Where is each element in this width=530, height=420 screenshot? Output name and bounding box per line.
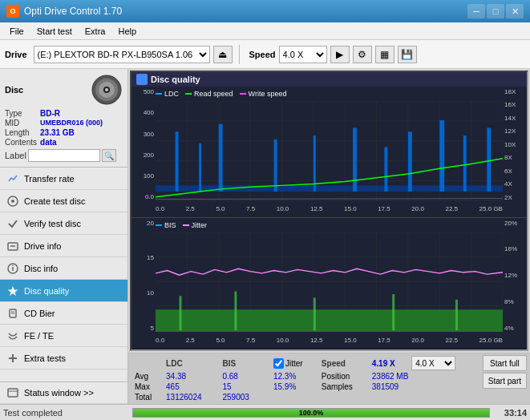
speed-header: Speed xyxy=(318,355,369,371)
avg-bis: 0.68 xyxy=(219,371,263,382)
chart-container: Disc quality LDC Read speed xyxy=(130,71,528,351)
menu-start-test[interactable]: Start test xyxy=(30,25,79,38)
max-bis: 15 xyxy=(219,382,263,392)
max-ldc: 465 xyxy=(163,382,219,392)
svg-rect-65 xyxy=(156,309,503,332)
sidebar-item-cd-bier[interactable]: CD Bier xyxy=(0,302,127,325)
disc-mid-label: MID xyxy=(5,119,37,127)
svg-rect-39 xyxy=(199,143,201,192)
upper-chart-svg xyxy=(156,101,503,201)
read-speed-legend-label: Read speed xyxy=(194,90,233,98)
svg-rect-68 xyxy=(314,297,316,330)
status-window-button[interactable]: Status window >> xyxy=(0,382,127,404)
upper-y-axis-right: 18X16X14X12X10X8X6X4X2X xyxy=(503,87,527,201)
samples-value: 381509 xyxy=(369,382,476,392)
bis-header: BIS xyxy=(219,355,263,371)
jitter-legend-label: Jitter xyxy=(192,221,208,229)
write-speed-legend: Write speed xyxy=(240,90,287,98)
lower-chart-plot xyxy=(156,232,503,333)
disc-length-label: Length xyxy=(5,128,37,137)
disc-quality-label: Disc quality xyxy=(24,286,69,296)
status-text: Test completed xyxy=(3,408,127,418)
sidebar-nav: Transfer rate Create test disc Verify te… xyxy=(0,168,127,382)
sidebar-item-drive-info[interactable]: Drive info xyxy=(0,235,127,257)
close-button[interactable]: ✕ xyxy=(506,4,524,18)
app-title: Opti Drive Control 1.70 xyxy=(24,6,122,17)
svg-marker-12 xyxy=(8,286,18,296)
svg-rect-47 xyxy=(463,135,467,192)
maximize-button[interactable]: □ xyxy=(487,4,504,18)
upper-y-axis-left: 5004003002001000.0 xyxy=(131,87,156,201)
disc-label-input[interactable] xyxy=(28,149,100,162)
sidebar-item-disc-info[interactable]: Disc info xyxy=(0,257,127,280)
svg-point-11 xyxy=(12,265,14,266)
disc-label-button[interactable]: 🔍 xyxy=(102,149,116,162)
disc-mid-value: UMEBDR016 (000) xyxy=(40,119,123,127)
disc-panel: Disc Type BD-R MID UMEBDR016 (000) Lengt… xyxy=(0,69,127,168)
svg-point-4 xyxy=(105,88,108,91)
lower-y-axis-right: 20%16%12%8%4% xyxy=(503,218,527,333)
speed-current-value: 4.19 X xyxy=(372,359,395,368)
status-bar: Test completed 100.0% 33:14 xyxy=(0,404,530,420)
svg-rect-43 xyxy=(353,128,357,192)
sidebar-item-transfer-rate[interactable]: Transfer rate xyxy=(0,168,127,190)
jitter-checkbox[interactable] xyxy=(273,358,284,369)
transfer-rate-label: Transfer rate xyxy=(24,174,75,184)
filter-button[interactable]: ▦ xyxy=(375,46,394,63)
sidebar-item-extra-tests[interactable]: Extra tests xyxy=(0,347,127,370)
verify-test-disc-label: Verify test disc xyxy=(24,219,81,228)
upper-chart-plot xyxy=(156,101,503,201)
svg-rect-67 xyxy=(234,291,237,330)
jitter-legend: Jitter xyxy=(183,221,208,229)
ldc-header: LDC xyxy=(163,355,219,371)
svg-rect-48 xyxy=(487,128,491,192)
progress-bar-text: 100.0% xyxy=(133,409,489,417)
drive-select[interactable]: (E:) PLEXTOR BD-R PX-LB950SA 1.06 xyxy=(34,46,210,63)
content-area: Disc quality LDC Read speed xyxy=(128,69,530,404)
eject-button[interactable]: ⏏ xyxy=(213,46,233,63)
start-part-button[interactable]: Start part xyxy=(483,373,527,389)
create-test-disc-label: Create test disc xyxy=(24,196,85,206)
jitter-label: Jitter xyxy=(285,359,303,368)
sidebar: Disc Type BD-R MID UMEBDR016 (000) Lengt… xyxy=(0,69,128,404)
start-full-button[interactable]: Start full xyxy=(483,355,527,371)
verify-test-disc-icon xyxy=(6,217,19,230)
lower-chart-svg xyxy=(156,232,503,333)
create-test-disc-icon xyxy=(6,195,19,208)
chart-title: Disc quality xyxy=(151,75,200,84)
disc-type-label: Type xyxy=(5,109,37,118)
play-button[interactable]: ▶ xyxy=(330,46,350,63)
disc-info-label: Disc info xyxy=(24,264,58,273)
toolbar-separator xyxy=(239,45,240,64)
app-icon: O xyxy=(6,5,19,18)
minimize-button[interactable]: ─ xyxy=(467,4,485,18)
sidebar-item-disc-quality[interactable]: Disc quality xyxy=(0,280,127,302)
sidebar-item-fe-te[interactable]: FE / TE xyxy=(0,325,127,347)
disc-label-field-label: Label xyxy=(5,151,26,160)
menu-extra[interactable]: Extra xyxy=(79,25,112,38)
sidebar-item-create-test-disc[interactable]: Create test disc xyxy=(0,190,127,212)
disc-info-icon xyxy=(6,262,19,275)
drive-info-icon xyxy=(6,240,19,252)
svg-rect-45 xyxy=(408,131,412,192)
status-window-label: Status window >> xyxy=(24,388,94,398)
read-speed-legend: Read speed xyxy=(185,90,233,98)
settings-button[interactable]: ⚙ xyxy=(353,46,372,63)
menu-file[interactable]: File xyxy=(3,25,30,38)
status-time: 33:14 xyxy=(495,408,527,418)
svg-rect-69 xyxy=(392,293,394,329)
svg-rect-44 xyxy=(384,147,387,192)
extra-tests-label: Extra tests xyxy=(24,353,66,363)
chart-header-icon xyxy=(136,74,148,85)
chart-header: Disc quality xyxy=(131,72,527,87)
speed-select[interactable]: 4.0 X xyxy=(279,46,327,63)
save-button[interactable]: 💾 xyxy=(398,46,417,63)
menu-help[interactable]: Help xyxy=(111,25,143,38)
bis-legend-label: BIS xyxy=(164,221,176,229)
upper-chart-legend: LDC Read speed Write speed xyxy=(156,90,286,98)
speed-select-stats[interactable]: 4.0 X xyxy=(411,356,455,370)
disc-type-value: BD-R xyxy=(40,109,123,118)
disc-contents-value: data xyxy=(40,138,123,147)
sidebar-item-verify-test-disc[interactable]: Verify test disc xyxy=(0,212,127,235)
jitter-check-cell: Jitter xyxy=(270,355,318,371)
